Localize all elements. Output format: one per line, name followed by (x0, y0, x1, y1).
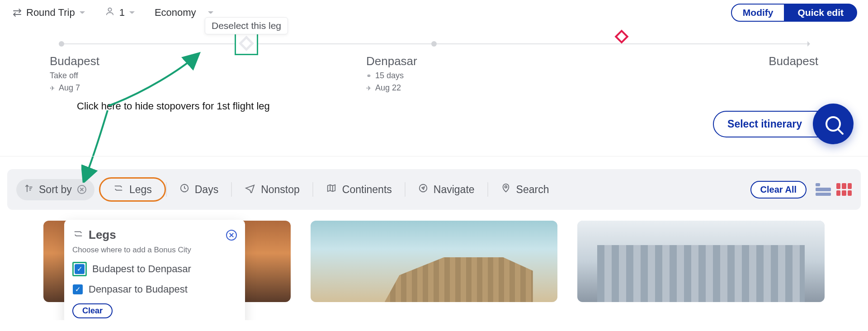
navigate-label: Navigate (434, 184, 475, 196)
legs-label: Legs (129, 184, 152, 196)
passenger-count: 1 (119, 7, 125, 19)
legs-popover-subtitle: Choose where to add a Bonus City (72, 246, 237, 255)
origin-city: Budapest (50, 54, 158, 68)
clear-all-button[interactable]: Clear All (750, 181, 807, 199)
chevron-down-icon (129, 11, 135, 17)
itinerary-timeline: Deselect this leg Budapest Take off ✈Aug… (0, 25, 868, 93)
timeline-mid: Denpasar ⚭15 days ✈Aug 22 (366, 54, 475, 93)
view-grid-icon[interactable] (836, 183, 852, 196)
trip-type-label: Round Trip (26, 7, 75, 19)
legs-clear-button[interactable]: Clear (72, 303, 113, 318)
result-card[interactable] (577, 221, 825, 302)
checkbox-checked-icon: ✓ (75, 264, 85, 274)
person-icon (105, 6, 115, 19)
timeline-dest: Budapest (710, 54, 818, 93)
trip-type-select[interactable]: ⇄ Round Trip (13, 6, 85, 19)
days-label: Days (195, 184, 218, 196)
leg-selected-icon (614, 29, 628, 43)
timeline-arrow-end (807, 41, 813, 47)
continents-filter[interactable]: Continents (313, 179, 405, 200)
sort-by-label: Sort by (39, 184, 72, 196)
legs-popover-title: Legs (89, 228, 116, 242)
leg-option-1-label: Budapest to Denpasar (92, 263, 191, 275)
takeoff-label: Take off (50, 71, 78, 80)
timeline-origin: Budapest Take off ✈Aug 7 (50, 54, 158, 93)
leg-deselect-icon (239, 36, 254, 51)
clock-icon (179, 183, 189, 196)
chain-icon: ⚭ (366, 72, 372, 80)
search-filter-label: Search (516, 184, 549, 196)
navigate-filter[interactable]: Navigate (406, 179, 487, 200)
plane-icon (245, 183, 255, 196)
leg1-marker[interactable] (235, 32, 258, 55)
legs-filter[interactable]: Legs (99, 177, 166, 202)
top-controls: ⇄ Round Trip 1 Economy Modify Quick edit (0, 0, 868, 25)
chevron-down-icon (80, 11, 85, 17)
leg2-marker[interactable] (617, 32, 627, 42)
timeline-dot-origin (59, 41, 64, 47)
round-trip-icon: ⇄ (13, 6, 22, 19)
leg-option-1[interactable]: ✓ Budapest to Denpasar (72, 262, 237, 276)
timeline-dot-mid (431, 41, 437, 47)
clear-sort-icon[interactable] (77, 185, 86, 194)
svg-point-0 (108, 8, 111, 11)
checkbox-checked-icon: ✓ (73, 284, 83, 294)
deselect-tooltip: Deselect this leg (205, 17, 288, 34)
cabin-label: Economy (155, 7, 196, 19)
legs-popover-icon (72, 228, 84, 242)
continents-label: Continents (342, 184, 392, 196)
quick-edit-button[interactable]: Quick edit (784, 4, 857, 22)
mid-duration: 15 days (375, 71, 404, 80)
search-filter[interactable]: Search (488, 179, 562, 200)
compass-icon (418, 183, 428, 196)
origin-date: Aug 7 (59, 83, 80, 93)
passenger-select[interactable]: 1 (105, 6, 135, 19)
plane-icon: ✈ (50, 85, 55, 92)
mid-city: Denpasar (366, 54, 475, 68)
view-list-icon[interactable] (816, 183, 831, 196)
sort-icon (24, 184, 33, 196)
nonstop-label: Nonstop (261, 184, 300, 196)
plane-icon: ✈ (366, 85, 372, 92)
search-icon (826, 116, 841, 132)
leg-option-2-label: Denpasar to Budapest (89, 284, 188, 295)
pin-icon (501, 183, 511, 196)
chevron-down-icon (208, 11, 213, 17)
filter-bar: Sort by Legs Days Nonstop Continents Nav… (7, 169, 861, 210)
dest-city: Budapest (710, 54, 818, 68)
nonstop-filter[interactable]: Nonstop (232, 179, 312, 200)
legs-popover-close[interactable] (226, 230, 237, 241)
itinerary-action-row: Select itinerary (0, 93, 868, 156)
svg-point-2 (420, 184, 427, 192)
mid-date: Aug 22 (375, 83, 401, 93)
legs-popover: Legs Choose where to add a Bonus City ✓ … (64, 220, 245, 320)
sort-by-filter[interactable]: Sort by (16, 179, 94, 200)
search-fab[interactable] (813, 104, 854, 144)
days-filter[interactable]: Days (167, 179, 231, 200)
modify-button[interactable]: Modify (731, 4, 785, 22)
result-card[interactable] (311, 221, 558, 302)
leg-option-2[interactable]: ✓ Denpasar to Budapest (72, 284, 237, 295)
svg-point-3 (505, 186, 507, 188)
cabin-select[interactable]: Economy (155, 7, 213, 19)
legs-icon (113, 183, 124, 196)
map-icon (326, 183, 337, 196)
